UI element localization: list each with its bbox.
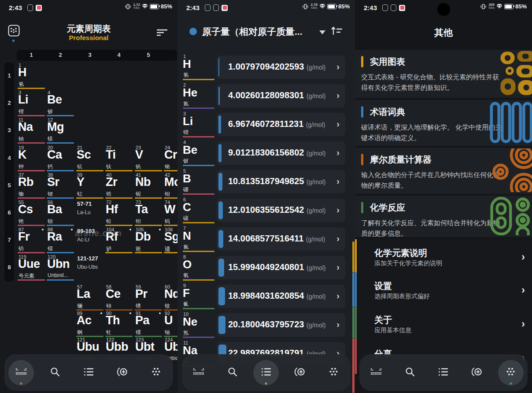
nav-apps[interactable] <box>144 360 169 386</box>
element-cell-Rb[interactable]: 37Rb铷 <box>18 172 45 199</box>
menu-accent-strip <box>355 340 357 374</box>
nav-periodic-table[interactable] <box>186 360 211 386</box>
element-cell-Cr[interactable]: 24Cr铬 <box>164 145 178 172</box>
value-card-N[interactable]: 14.0068577516411 (g/mol)› <box>217 227 345 251</box>
value-card-Be[interactable]: 9.01218306156802 (g/mol)› <box>217 141 345 165</box>
nav-periodic-table[interactable] <box>8 360 34 386</box>
nav-periodic-table[interactable] <box>363 360 389 386</box>
element-cell-Zr[interactable]: 40Zr锆 <box>105 172 133 199</box>
element-cell-Hf[interactable]: 72Hf铪 <box>105 200 133 226</box>
element-cell-Th[interactable]: 90Th钍 <box>105 311 133 337</box>
value-card-F[interactable]: 18.9984031620854 (g/mol)› <box>217 285 345 308</box>
chevron-right-icon: › <box>336 90 340 100</box>
chevron-down-icon[interactable] <box>319 30 325 34</box>
value-card-B[interactable]: 10.8135187949825 (g/mol)› <box>217 170 345 193</box>
battery-percent: 85% <box>338 3 350 10</box>
menu-item-0[interactable]: 化学元素说明添加关于化学元素的说明› <box>355 239 532 273</box>
category-underline <box>164 252 178 253</box>
nav-collection-add[interactable] <box>464 360 490 386</box>
scroll-marker[interactable] <box>352 241 355 272</box>
element-cell-Sg[interactable]: 106Sg𬭳 <box>164 227 178 254</box>
scroll-marker[interactable] <box>352 307 355 338</box>
element-cell-Ta[interactable]: 73Ta钽 <box>135 200 162 226</box>
element-cell-Ce[interactable]: 58Ce铈 <box>105 284 133 311</box>
element-cell-Ubn[interactable]: 120UbnUnbinil... <box>47 254 74 281</box>
scroll-marker[interactable] <box>352 272 355 307</box>
menu-accent-strip <box>355 272 357 306</box>
feature-card-1[interactable]: 术语词典破译术语，更深入地理解化学。 化学中使用的关键术语的明确定义。 <box>355 100 532 146</box>
nav-collection-add[interactable] <box>287 360 313 386</box>
element-cell-Db[interactable]: 105Db𬭊 <box>135 227 162 254</box>
value-card-O[interactable]: 15.9994049240801 (g/mol)› <box>217 256 345 279</box>
element-cell-Mo[interactable]: 42Mo钼 <box>164 172 178 199</box>
element-cell-Cs[interactable]: 55Cs铯 <box>18 200 45 226</box>
element-cell-Fr[interactable]: 87Fr钫 <box>18 227 45 254</box>
element-cell-121-127[interactable]: 121-127Ubu-Ubs <box>76 254 103 281</box>
element-cell-H[interactable]: 1H氢 <box>18 63 45 89</box>
element-cell-Li[interactable]: 3Li锂 <box>18 90 45 117</box>
panel-atomic-weight-list: 2:432.78KB/s85% 原子量（相对原子质量... 1H氢1.00797… <box>177 0 355 393</box>
element-cell-Na[interactable]: 11Na钠 <box>18 117 45 144</box>
filter-icon[interactable] <box>156 27 168 39</box>
category-underline <box>18 170 45 171</box>
feature-card-3[interactable]: 化学反应了解有关化学反应、元素如何结合并转化为新物质的更多信息。 <box>355 196 532 237</box>
element-cell-57-71[interactable]: 57-71La-Lu <box>76 200 103 226</box>
element-cell-V[interactable]: 23V钒 <box>135 145 162 172</box>
element-cell-Ba[interactable]: 56Ba钡 <box>47 200 74 226</box>
element-name: 锂 <box>183 129 188 136</box>
table-view-icon[interactable] <box>8 25 20 38</box>
sort-icon[interactable] <box>330 26 343 38</box>
nav-collection-add[interactable] <box>110 360 135 386</box>
element-cell-Y[interactable]: 39Y钇 <box>76 172 103 199</box>
element-cell-U[interactable]: 92U铀 <box>164 311 178 337</box>
feature-card-2[interactable]: 摩尔质量计算器输入化合物的分子式并在几秒钟内找出任何化合物的摩尔质量。 <box>355 148 532 194</box>
element-cell-Uue[interactable]: 119Uue号元素 <box>18 254 45 281</box>
nav-list[interactable] <box>76 360 101 386</box>
nav-search[interactable] <box>42 360 68 386</box>
element-cell-Sc[interactable]: 21Sc钪 <box>76 145 103 172</box>
value-bar <box>218 259 224 277</box>
nav-search[interactable] <box>397 360 423 386</box>
element-cell-Mg[interactable]: 12Mg镁 <box>47 117 74 144</box>
nav-search[interactable] <box>220 360 245 386</box>
element-cell-Nb[interactable]: 41Nb铌 <box>135 172 162 199</box>
element-cell-Ca[interactable]: 20Ca钙 <box>47 145 74 172</box>
value-card-Li[interactable]: 6.96746072811231 (g/mol)› <box>217 113 345 136</box>
element-cell-Sr[interactable]: 38Sr锶 <box>47 172 74 199</box>
value-card-Ne[interactable]: 20.1800463795723 (g/mol)› <box>217 313 345 337</box>
element-cell-Ti[interactable]: 22Ti钛 <box>105 145 133 172</box>
element-cell-K[interactable]: 19K钾 <box>18 145 45 172</box>
element-cell-W[interactable]: 74W钨 <box>164 200 178 226</box>
element-symbol: H <box>183 58 191 70</box>
nav-list[interactable] <box>431 360 456 386</box>
value-card-C[interactable]: 12.0106355612542 (g/mol)› <box>217 199 345 222</box>
scroll-marker[interactable] <box>352 338 355 393</box>
category-underline <box>105 197 133 199</box>
element-cell-Nd[interactable]: 60Nd钕 <box>164 284 178 311</box>
element-symbol: Nd <box>164 288 178 300</box>
element-cell-Be[interactable]: 4Be铍 <box>47 90 74 117</box>
menu-item-1[interactable]: 设置选择周期表形式偏好› <box>355 272 532 307</box>
nav-list[interactable] <box>253 360 279 386</box>
status-time: 2:43 <box>186 4 200 11</box>
property-selector[interactable]: 原子量（相对原子质量... <box>202 26 303 38</box>
nav-apps[interactable] <box>321 360 347 386</box>
card-accent-bar <box>361 202 363 213</box>
menu-accent-strip <box>355 239 357 272</box>
feature-card-0[interactable]: 实用图表交互式表格 - 研究化合物、比较元素的特性并获得有关化学元素世界的新知识… <box>355 50 532 98</box>
element-cell-Pa[interactable]: 91Pa镤 <box>135 311 162 337</box>
bottom-nav <box>359 354 528 391</box>
element-cell-Ac[interactable]: 89Ac锕 <box>76 311 103 337</box>
element-cell-Pr[interactable]: 59Pr镨 <box>135 284 162 311</box>
element-cell-La[interactable]: 57La镧 <box>76 284 103 311</box>
element-cell-Ra[interactable]: 88Ra镭 <box>47 227 74 254</box>
category-underline <box>18 88 45 89</box>
element-symbol: Pa <box>135 315 149 326</box>
value-card-H[interactable]: 1.00797094202593 (g/mol)› <box>217 56 345 79</box>
value-card-He[interactable]: 4.00260128098301 (g/mol)› <box>217 84 345 108</box>
nav-apps[interactable] <box>498 360 524 386</box>
notification-icon <box>382 4 388 11</box>
group-header-strip: 12345 <box>17 50 177 61</box>
category-underline <box>183 222 214 223</box>
menu-item-2[interactable]: 关于应用基本信息› <box>355 306 532 341</box>
